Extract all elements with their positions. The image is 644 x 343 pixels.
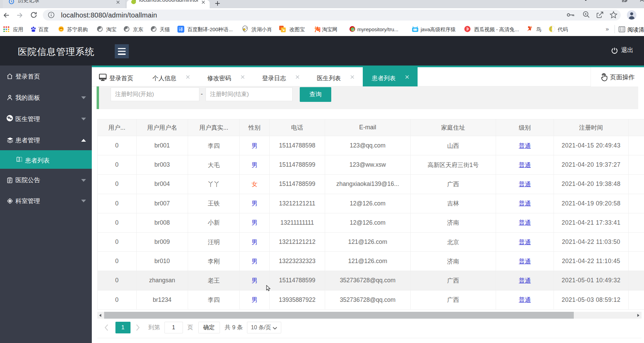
svg-text:淘: 淘 xyxy=(314,26,321,33)
svg-text:译: 译 xyxy=(179,27,183,32)
